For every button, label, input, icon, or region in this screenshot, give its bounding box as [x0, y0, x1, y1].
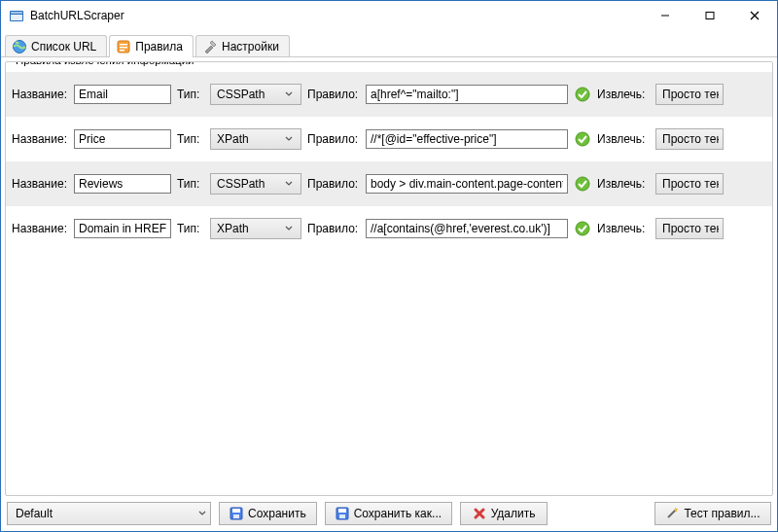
tab-label: Список URL	[31, 40, 96, 53]
globe-icon	[12, 39, 27, 54]
rule-input[interactable]	[366, 219, 568, 238]
svg-rect-11	[120, 50, 124, 52]
status-ok-icon	[574, 220, 591, 237]
tabstrip: Список URL Правила Настройки	[1, 30, 777, 57]
combo-text: XPath	[217, 222, 285, 235]
minimize-button[interactable]	[643, 1, 688, 30]
label-name: Название:	[12, 132, 68, 146]
svg-rect-18	[233, 514, 239, 518]
rule-row: Название: Тип: CSSPath Правило:	[6, 161, 772, 206]
svg-rect-21	[339, 514, 345, 518]
tab-settings[interactable]: Настройки	[195, 35, 290, 56]
button-label: Тест правил...	[684, 507, 760, 520]
app-icon	[9, 8, 24, 23]
test-rules-button[interactable]: Тест правил...	[654, 502, 771, 525]
extract-combo[interactable]: Просто текст	[655, 128, 724, 150]
label-name: Название:	[12, 177, 68, 191]
chevron-down-icon	[285, 90, 297, 98]
svg-rect-9	[120, 44, 127, 46]
svg-rect-4	[706, 13, 714, 19]
name-input[interactable]	[74, 129, 171, 149]
chevron-down-icon	[285, 135, 297, 143]
type-combo[interactable]: CSSPath	[210, 173, 301, 195]
name-input[interactable]	[74, 219, 171, 238]
label-extract: Извлечь:	[597, 88, 650, 101]
window-title: BatchURLScraper	[30, 9, 643, 22]
name-input[interactable]	[74, 174, 171, 194]
delete-icon	[473, 507, 486, 520]
combo-text: CSSPath	[217, 177, 285, 191]
svg-rect-2	[11, 15, 22, 20]
combo-text: Просто текст	[662, 88, 719, 101]
rules-icon	[116, 39, 131, 54]
tab-label: Настройки	[222, 40, 279, 53]
combo-text: Просто текст	[662, 177, 719, 191]
label-type: Тип:	[177, 88, 204, 101]
close-button[interactable]	[732, 1, 777, 30]
wand-icon	[665, 507, 679, 520]
svg-rect-17	[232, 509, 240, 513]
groupbox-legend: Правила извлечения информации	[12, 61, 198, 66]
combo-text: Просто текст	[662, 222, 719, 235]
disk-icon	[336, 507, 349, 520]
rule-input[interactable]	[366, 174, 568, 194]
tab-url-list[interactable]: Список URL	[5, 35, 107, 56]
button-label: Сохранить как...	[354, 507, 442, 520]
combo-text: CSSPath	[217, 88, 285, 101]
label-rule: Правило:	[307, 222, 360, 235]
label-type: Тип:	[177, 177, 204, 191]
label-name: Название:	[12, 88, 68, 101]
svg-rect-20	[338, 509, 346, 513]
status-ok-icon	[574, 130, 591, 148]
type-combo[interactable]: XPath	[210, 128, 301, 150]
button-label: Удалить	[491, 507, 536, 520]
combo-text: Просто текст	[662, 132, 719, 146]
svg-line-24	[668, 510, 676, 517]
chevron-down-icon	[285, 225, 297, 232]
rules-groupbox: Правила извлечения информации Название: …	[5, 61, 773, 496]
tab-rules[interactable]: Правила	[109, 35, 194, 57]
label-type: Тип:	[177, 222, 204, 235]
extract-combo[interactable]: Просто текст	[655, 218, 724, 239]
label-rule: Правило:	[307, 132, 360, 146]
rule-row: Название: Тип: XPath Правило:	[6, 206, 772, 251]
button-label: Сохранить	[248, 507, 306, 520]
tab-label: Правила	[135, 40, 183, 53]
svg-rect-1	[11, 12, 22, 14]
rule-input[interactable]	[366, 129, 568, 149]
label-rule: Правило:	[307, 88, 360, 101]
type-combo[interactable]: XPath	[210, 218, 301, 239]
svg-rect-10	[120, 47, 127, 49]
svg-point-12	[576, 88, 589, 101]
profile-combo[interactable]: Default	[7, 502, 211, 525]
delete-button[interactable]: Удалить	[460, 502, 548, 525]
label-name: Название:	[12, 222, 68, 235]
rules-list: Название: Тип: CSSPath Правило:	[6, 72, 772, 495]
tools-icon	[202, 39, 218, 54]
label-rule: Правило:	[307, 177, 360, 191]
chevron-down-icon	[198, 510, 206, 517]
svg-point-14	[576, 177, 589, 191]
bottombar: Default Сохранить	[1, 496, 777, 531]
save-button[interactable]: Сохранить	[219, 502, 317, 525]
label-type: Тип:	[177, 132, 204, 146]
svg-point-15	[576, 222, 589, 235]
name-input[interactable]	[74, 85, 171, 104]
status-ok-icon	[574, 175, 591, 193]
maximize-button[interactable]	[688, 1, 732, 30]
rule-input[interactable]	[366, 85, 568, 104]
save-as-button[interactable]: Сохранить как...	[325, 502, 452, 525]
extract-combo[interactable]: Просто текст	[655, 173, 724, 195]
type-combo[interactable]: CSSPath	[210, 84, 301, 105]
combo-text: XPath	[217, 132, 285, 146]
label-extract: Извлечь:	[597, 222, 650, 235]
status-ok-icon	[574, 86, 591, 103]
disk-icon	[230, 507, 243, 520]
label-extract: Извлечь:	[597, 132, 650, 146]
chevron-down-icon	[285, 180, 297, 188]
titlebar: BatchURLScraper	[1, 1, 777, 30]
rule-row: Название: Тип: CSSPath Правило:	[6, 72, 772, 117]
extract-combo[interactable]: Просто текст	[655, 84, 724, 105]
combo-text: Default	[16, 507, 198, 520]
rule-row: Название: Тип: XPath Правило:	[6, 117, 772, 161]
